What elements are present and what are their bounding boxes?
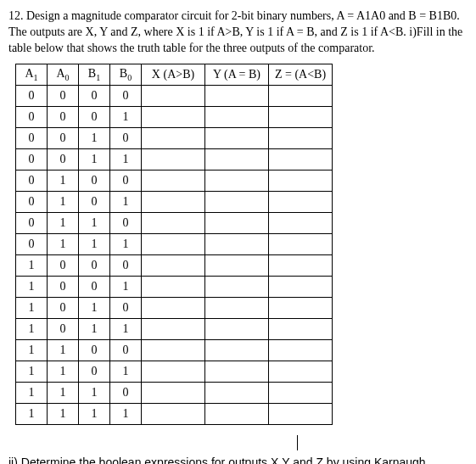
cell-a1: 0 (16, 212, 48, 233)
table-row: 1011 (16, 318, 333, 339)
cell-b0: 1 (110, 276, 142, 297)
cell-b1: 0 (79, 106, 110, 127)
problem-line-1: 12. Design a magnitude comparator circui… (8, 9, 460, 22)
cell-y (205, 191, 269, 212)
cell-b1: 0 (79, 170, 110, 191)
cell-b1: 0 (79, 339, 110, 361)
cell-x (142, 191, 205, 212)
table-row: 1101 (16, 361, 333, 382)
cell-x (142, 233, 205, 254)
cell-a0: 0 (48, 106, 79, 127)
cell-z (269, 85, 333, 106)
cell-b1: 0 (79, 276, 110, 297)
col-header-a0: A0 (48, 64, 79, 85)
table-row: 1000 (16, 254, 333, 276)
sub-questions: ii) Determine the boolean expressions fo… (8, 450, 468, 464)
cell-z (269, 106, 333, 127)
cell-y (205, 127, 269, 148)
cell-a1: 1 (16, 339, 48, 361)
cell-x (142, 382, 205, 403)
question-ii-y: Y (282, 456, 289, 464)
cell-y (205, 106, 269, 127)
cell-a0: 0 (48, 85, 79, 106)
cell-b0: 0 (110, 85, 142, 106)
cell-b1: 0 (79, 191, 110, 212)
cell-b1: 1 (79, 212, 110, 233)
cell-y (205, 276, 269, 297)
cell-x (142, 106, 205, 127)
cell-b1: 1 (79, 148, 110, 170)
question-ii: ii) Determine the boolean expressions fo… (8, 450, 468, 464)
cell-y (205, 85, 269, 106)
table-row: 1111 (16, 403, 333, 424)
cell-b0: 0 (110, 382, 142, 403)
cell-a0: 1 (48, 191, 79, 212)
cell-a1: 1 (16, 297, 48, 318)
cell-b1: 1 (79, 297, 110, 318)
cell-a0: 0 (48, 148, 79, 170)
col-header-z: Z = (A<B) (269, 64, 333, 85)
col-header-b0: B0 (110, 64, 142, 85)
cell-z (269, 148, 333, 170)
cell-y (205, 361, 269, 382)
cell-a0: 0 (48, 254, 79, 276)
cell-a1: 1 (16, 361, 48, 382)
cell-a1: 1 (16, 254, 48, 276)
truth-table: A1 A0 B1 B0 X (A>B) Y (A = B) Z = (A<B) … (15, 64, 333, 425)
cell-y (205, 318, 269, 339)
cell-z (269, 318, 333, 339)
cell-a1: 0 (16, 106, 48, 127)
cell-a1: 1 (16, 382, 48, 403)
cell-y (205, 382, 269, 403)
question-ii-rest: and Z by using Karnaugh (289, 456, 425, 464)
cell-z (269, 361, 333, 382)
cell-a0: 0 (48, 318, 79, 339)
cell-a1: 0 (16, 148, 48, 170)
cell-a1: 0 (16, 233, 48, 254)
cell-a1: 0 (16, 191, 48, 212)
cell-a0: 1 (48, 403, 79, 424)
text-cursor (297, 435, 298, 450)
cell-a0: 1 (48, 382, 79, 403)
cell-b0: 1 (110, 106, 142, 127)
col-header-a1: A1 (16, 64, 48, 85)
cell-x (142, 127, 205, 148)
cell-z (269, 191, 333, 212)
cell-x (142, 361, 205, 382)
table-header-row: A1 A0 B1 B0 X (A>B) Y (A = B) Z = (A<B) (16, 64, 333, 85)
problem-line-3: table below that shows the truth table f… (8, 42, 375, 54)
cell-b0: 1 (110, 361, 142, 382)
cell-z (269, 297, 333, 318)
table-row: 0100 (16, 170, 333, 191)
cell-x (142, 148, 205, 170)
cell-y (205, 233, 269, 254)
cell-a0: 1 (48, 233, 79, 254)
cell-x (142, 212, 205, 233)
cell-a1: 0 (16, 85, 48, 106)
cell-b0: 0 (110, 297, 142, 318)
table-row: 0001 (16, 106, 333, 127)
cell-b1: 0 (79, 361, 110, 382)
cell-y (205, 297, 269, 318)
cell-b1: 1 (79, 382, 110, 403)
cell-y (205, 403, 269, 424)
cell-b0: 1 (110, 148, 142, 170)
cell-x (142, 85, 205, 106)
cell-b0: 0 (110, 170, 142, 191)
cell-a1: 0 (16, 170, 48, 191)
cell-x (142, 276, 205, 297)
problem-line-2: The outputs are X, Y and Z, where X is 1… (8, 25, 462, 38)
cell-a0: 0 (48, 276, 79, 297)
cell-x (142, 403, 205, 424)
cell-y (205, 212, 269, 233)
table-row: 0101 (16, 191, 333, 212)
cell-a1: 1 (16, 318, 48, 339)
cell-b0: 0 (110, 339, 142, 361)
cell-a0: 1 (48, 339, 79, 361)
cell-x (142, 339, 205, 361)
cell-x (142, 254, 205, 276)
table-row: 0110 (16, 212, 333, 233)
table-row: 0011 (16, 148, 333, 170)
cell-b1: 1 (79, 403, 110, 424)
cell-z (269, 212, 333, 233)
